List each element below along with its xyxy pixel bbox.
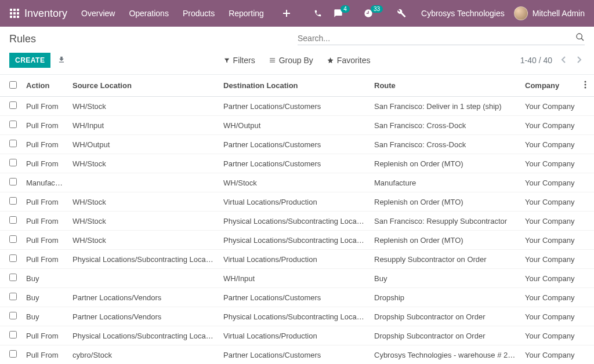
cell-source: Partner Locations/Vendors (68, 307, 219, 326)
company-selector[interactable]: Cybrosys Technologies (421, 9, 505, 18)
cell-source: WH/Stock (68, 192, 219, 212)
row-checkbox[interactable] (9, 331, 17, 338)
import-icon[interactable] (57, 56, 66, 65)
table-row[interactable]: Pull FromWH/StockPhysical Locations/Subc… (0, 212, 594, 231)
row-checkbox[interactable] (9, 140, 17, 147)
table-row[interactable]: Pull FromWH/OutputPartner Locations/Cust… (0, 135, 594, 154)
cell-company: Your Company (520, 135, 579, 154)
row-checkbox[interactable] (9, 274, 17, 281)
col-route[interactable]: Route (370, 75, 520, 97)
favorites-button[interactable]: Favorites (327, 56, 371, 65)
svg-line-12 (581, 38, 584, 41)
table-row[interactable]: BuyPartner Locations/VendorsPhysical Loc… (0, 307, 594, 326)
cell-route: San Francisco: Resupply Subcontractor (370, 212, 520, 231)
col-action[interactable]: Action (21, 75, 68, 97)
search-box (298, 32, 585, 45)
svg-rect-7 (13, 16, 16, 18)
filters-button[interactable]: Filters (224, 56, 255, 65)
table-row[interactable]: Manufactu...WH/StockManufactureYour Comp… (0, 173, 594, 192)
row-checkbox[interactable] (9, 178, 17, 185)
table-row[interactable]: Pull FromWH/StockVirtual Locations/Produ… (0, 192, 594, 212)
cell-action: Manufactu... (21, 173, 68, 192)
cell-source (68, 269, 219, 288)
cell-route: Manufacture (370, 173, 520, 192)
pager-text[interactable]: 1-40 / 40 (520, 56, 552, 65)
plus-icon[interactable] (282, 9, 291, 17)
col-destination[interactable]: Destination Location (219, 75, 370, 97)
messages-icon[interactable]: 4 (334, 9, 352, 18)
row-checkbox[interactable] (9, 159, 17, 166)
menu-reporting[interactable]: Reporting (229, 9, 264, 18)
row-checkbox[interactable] (9, 121, 17, 128)
table-row[interactable]: Pull FromWH/StockPhysical Locations/Subc… (0, 231, 594, 250)
svg-rect-8 (17, 16, 19, 18)
cell-action: Pull From (21, 116, 68, 135)
cell-company: Your Company (520, 307, 579, 326)
cell-action: Buy (21, 269, 68, 288)
row-checkbox[interactable] (9, 197, 17, 205)
cell-company: Your Company (520, 326, 579, 345)
cell-source: WH/Stock (68, 231, 219, 250)
cell-route: Cybrosys Technologies - warehouse # 2: .… (370, 345, 520, 361)
table-row[interactable]: Pull FromWH/StockPartner Locations/Custo… (0, 97, 594, 116)
cell-destination: Partner Locations/Customers (219, 135, 370, 154)
row-checkbox[interactable] (9, 101, 17, 109)
svg-rect-10 (283, 13, 290, 14)
cell-company: Your Company (520, 288, 579, 307)
row-checkbox[interactable] (9, 216, 17, 224)
cell-action: Pull From (21, 345, 68, 361)
cell-source: Physical Locations/Subcontracting Locati… (68, 326, 219, 345)
svg-rect-15 (270, 62, 275, 63)
table-row[interactable]: Pull FromPhysical Locations/Subcontracti… (0, 326, 594, 345)
svg-rect-5 (17, 12, 19, 14)
cell-source: WH/Stock (68, 97, 219, 116)
wrench-icon[interactable] (397, 9, 406, 18)
table-row[interactable]: BuyPartner Locations/VendorsPartner Loca… (0, 288, 594, 307)
user-menu[interactable]: Mitchell Admin (514, 6, 585, 20)
row-checkbox[interactable] (9, 350, 17, 358)
funnel-icon (224, 57, 230, 64)
filters-label: Filters (233, 56, 255, 65)
svg-point-18 (584, 87, 586, 89)
row-checkbox[interactable] (9, 293, 17, 300)
cell-destination: Physical Locations/Subcontracting Locati… (219, 212, 370, 231)
cell-route: Replenish on Order (MTO) (370, 154, 520, 173)
cell-route: Dropship Subcontractor on Order (370, 326, 520, 345)
table-row[interactable]: Pull FromPhysical Locations/Subcontracti… (0, 250, 594, 269)
row-checkbox[interactable] (9, 312, 17, 319)
select-all-checkbox[interactable] (9, 81, 17, 89)
menu-operations[interactable]: Operations (129, 9, 168, 18)
table-row[interactable]: BuyWH/InputBuyYour Company (0, 269, 594, 288)
cell-action: Pull From (21, 192, 68, 212)
search-icon[interactable] (575, 32, 585, 43)
rules-table: Action Source Location Destination Locat… (0, 75, 594, 360)
groupby-button[interactable]: Group By (269, 56, 313, 65)
cell-action: Pull From (21, 250, 68, 269)
menu-products[interactable]: Products (183, 9, 215, 18)
pager-prev[interactable] (558, 53, 568, 68)
pager-next[interactable] (574, 53, 585, 68)
svg-point-11 (577, 34, 582, 39)
create-button[interactable]: CREATE (9, 53, 50, 68)
table-row[interactable]: Pull FromWH/StockPartner Locations/Custo… (0, 154, 594, 173)
search-input[interactable] (298, 34, 575, 43)
svg-rect-13 (270, 59, 275, 59)
apps-icon[interactable] (9, 8, 20, 19)
menu-overview[interactable]: Overview (81, 9, 115, 18)
row-checkbox[interactable] (9, 254, 17, 262)
row-checkbox[interactable] (9, 235, 17, 243)
cell-company: Your Company (520, 231, 579, 250)
activities-icon[interactable]: 33 (364, 9, 385, 18)
cell-company: Your Company (520, 173, 579, 192)
phone-icon[interactable] (314, 9, 322, 17)
table-row[interactable]: Pull FromWH/InputWH/OutputSan Francisco:… (0, 116, 594, 135)
avatar (514, 6, 528, 20)
col-company[interactable]: Company (520, 75, 579, 97)
cell-destination: WH/Input (219, 269, 370, 288)
col-source[interactable]: Source Location (68, 75, 219, 97)
table-row[interactable]: Pull Fromcybro/StockPartner Locations/Cu… (0, 345, 594, 361)
app-name[interactable]: Inventory (24, 8, 67, 20)
cell-route: Buy (370, 269, 520, 288)
cell-destination: WH/Stock (219, 173, 370, 192)
col-options[interactable] (579, 75, 594, 97)
